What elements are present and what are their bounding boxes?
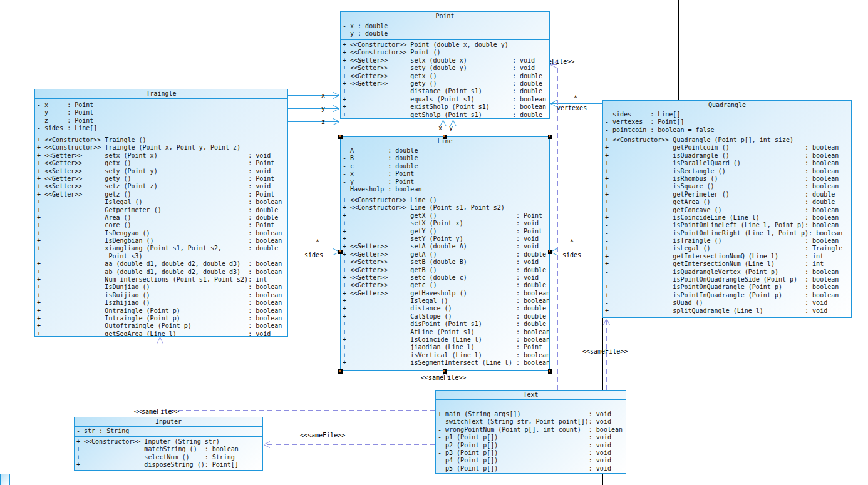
method-row: +isLegal (): Traingle xyxy=(605,245,851,252)
selection-handle-top-right[interactable] xyxy=(548,135,552,139)
method-row: +AtLine (Point s1): boolean xyxy=(343,329,549,336)
method-row: +<<Setter>>setA (double A): void xyxy=(343,243,549,250)
association-traingle-point[interactable] xyxy=(288,93,339,125)
method-row: +IsDengbian (): boolean xyxy=(37,237,287,245)
method-row: +isRhombus (): boolean xyxy=(605,175,851,183)
method-row: -isPointOnQuadrangleSide (Point p): bool… xyxy=(605,276,851,283)
method-row: +<<Setter>>sety (double y): void xyxy=(343,64,549,72)
method-row: +getPointcoin (): boolean xyxy=(605,144,851,151)
selection-handle-mid-right[interactable] xyxy=(548,250,552,254)
method-row: +<<Getter>>getA (): double xyxy=(343,251,549,258)
method-row: +getY (): Point xyxy=(343,228,549,235)
method-row: +setY (Point y): void xyxy=(343,235,549,243)
class-quadrangle[interactable]: Quadrangle - sides : Line[]- vertexes : … xyxy=(602,100,852,318)
method-row: +<<Getter>>getc (): double xyxy=(343,282,549,289)
method-row: +<<Setter>>sety (Point y): void xyxy=(37,168,287,175)
attribute-row: - c : double xyxy=(343,163,549,170)
role-label-line-y: y xyxy=(449,125,453,131)
method-row: -p5 (Point p[]): void xyxy=(438,465,626,472)
attribute-row: - pointcoin : boolean = false xyxy=(605,126,851,134)
method-row: +<<Constructor>>Quadrangle (Point p[], i… xyxy=(605,136,851,144)
method-row: +<<Getter>>getz (): Point xyxy=(37,191,287,198)
method-row: +ab (double d1, double d2, double d3): b… xyxy=(37,268,287,276)
method-row: +getPerimeter (): double xyxy=(605,191,851,198)
class-inputer[interactable]: Inputer - str : String +<<Constructor>>I… xyxy=(74,417,263,471)
role-label-y: y xyxy=(321,105,325,112)
method-row: +IsDengyao (): boolean xyxy=(37,230,287,237)
stereotype-samefile-text-quadrangle: <<sameFile>> xyxy=(582,348,628,355)
method-row: +aa (double d1, double d2, double d3): b… xyxy=(37,260,287,268)
stereotype-samefile-text-line: <<sameFile>> xyxy=(421,374,466,381)
dependency-text-inputer[interactable] xyxy=(264,442,435,448)
method-row: +isPointInQuadrangle (Point p): boolean xyxy=(605,292,851,299)
method-row: -p2 (Point p[]): void xyxy=(438,442,626,449)
methods-section: +<<Constructor>>Point (double x, double … xyxy=(341,40,549,118)
method-row: +getX (): Point xyxy=(343,212,549,220)
stereotype-samefile-text-traingle: <<sameFile>> xyxy=(134,408,179,415)
method-row: +<<Setter>>setx (Point x): void xyxy=(37,152,287,160)
method-row: +<<Setter>>setc (double c): void xyxy=(343,274,549,282)
method-row: +<<Constructor>>Line () xyxy=(343,197,549,204)
attribute-row: - sides : Line[] xyxy=(37,125,287,132)
class-title: Quadrangle xyxy=(603,101,851,110)
attribute-row: - y : Point xyxy=(343,178,549,186)
selection-handle-top-left[interactable] xyxy=(338,135,343,139)
method-row: +<<Constructor>>Inputer (String str) xyxy=(76,438,262,446)
method-row: -wrongPointNum (Point p[], int count): b… xyxy=(438,426,626,434)
method-row: -p1 (Point p[]): void xyxy=(438,434,626,441)
method-row: +<<Setter>>setz (Point z): void xyxy=(37,183,287,190)
diagram-canvas[interactable]: x y z x y sides * sides * vertexes * <<s… xyxy=(0,0,868,485)
multiplicity-vertexes: * xyxy=(574,94,577,101)
attribute-row: - x : double xyxy=(343,23,549,30)
selection-handle-bottom-right[interactable] xyxy=(548,369,552,374)
method-row: +IsCoincide (Line l): boolean xyxy=(343,336,549,344)
method-row: -p3 (Point p[]): void xyxy=(438,449,626,457)
method-row: +main (String args[]): void xyxy=(438,411,626,418)
selection-handle-mid-left[interactable] xyxy=(338,250,343,254)
selection-handle-bottom-mid[interactable] xyxy=(443,369,447,374)
method-row: +getIntersectionNumQ (Line l): int xyxy=(605,253,851,260)
multiplicity-sides-right: * xyxy=(570,238,574,245)
class-traingle[interactable]: Traingle - x : Point- y : Point- z : Poi… xyxy=(34,89,288,337)
method-row: +selectNum (): String xyxy=(76,454,262,461)
partial-class-box[interactable] xyxy=(0,474,10,485)
method-row: +disPoint (Point s1): double xyxy=(343,320,549,328)
attribute-row: - Havesholp : boolean xyxy=(343,186,549,193)
attributes-section: - x : Point- y : Point- z : Point- sides… xyxy=(35,99,287,135)
method-row: +setX (Point x): void xyxy=(343,220,549,227)
method-row: -isTraingle (): boolean xyxy=(605,237,851,245)
attribute-row: - vertexes : Point[] xyxy=(605,118,851,126)
attribute-row: - x : Point xyxy=(37,101,287,109)
method-row: -sQuad (): void xyxy=(605,299,851,307)
method-row: +core (): Point xyxy=(37,222,287,229)
class-text[interactable]: Text +main (String args[]): void-switchT… xyxy=(435,390,626,474)
methods-section: +main (String args[]): void-switchText (… xyxy=(436,409,626,473)
method-row: +isSquare (): boolean xyxy=(605,183,851,190)
class-point[interactable]: Point - x : double- y : double +<<Constr… xyxy=(340,11,550,119)
attributes-section xyxy=(436,400,626,409)
method-row: +Iszhijiao (): boolean xyxy=(37,299,287,307)
method-row: +<<Setter>>setB (double B): void xyxy=(343,258,549,266)
method-row: +getIntersectionNum (Line l): int xyxy=(605,260,851,268)
method-row: +isParallelQuard (): boolean xyxy=(605,160,851,167)
attribute-row: - y : Point xyxy=(37,109,287,116)
method-row: +<<Constructor>>Line (Point s1, Point s2… xyxy=(343,204,549,212)
class-title: Traingle xyxy=(35,89,287,99)
method-row: +<<Setter>>setx (double x): void xyxy=(343,57,549,64)
role-label-line-x: x xyxy=(438,125,442,131)
method-row: +<<Constructor>>Traingle (Point x, Point… xyxy=(37,144,287,151)
class-line[interactable]: Line - A : double- B : double- c : doubl… xyxy=(340,136,550,371)
method-row: +<<Constructor>>Traingle () xyxy=(37,136,287,144)
methods-section: +<<Constructor>>Quadrangle (Point p[], i… xyxy=(603,135,851,317)
methods-section: +<<Constructor>>Traingle ()+<<Constructo… xyxy=(35,135,287,336)
method-row: +isVertical (Line l): boolean xyxy=(343,352,549,359)
selection-handle-top-mid[interactable] xyxy=(443,135,447,139)
attribute-row: - x : Point xyxy=(343,170,549,178)
method-row: +isSegmentIntersect (Line l): boolean xyxy=(343,359,549,367)
method-row: +Num_intersections (Point s1, Point s2):… xyxy=(37,276,287,283)
method-row: -isPointOnLineRight (Line l, Point p): b… xyxy=(605,230,851,237)
method-row: -isPointOnLineLeft (Line l, Point p): bo… xyxy=(605,222,851,229)
selection-handle-bottom-left[interactable] xyxy=(338,369,343,374)
method-row: +Area (): double xyxy=(37,214,287,222)
attribute-row: - B : double xyxy=(343,155,549,162)
